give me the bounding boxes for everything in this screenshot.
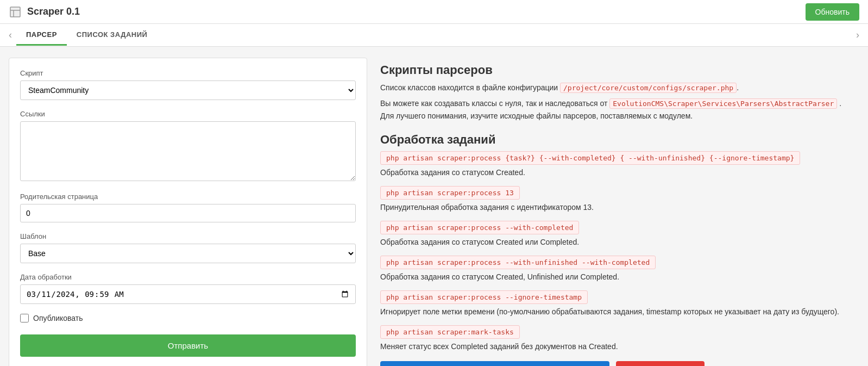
script-label: Скрипт [20, 69, 356, 77]
refresh-button[interactable]: Обновить [806, 3, 859, 21]
template-select[interactable]: Base [20, 244, 356, 263]
nav-left-arrow[interactable]: ‹ [4, 29, 16, 41]
command-5: php artisan scraper:mark-tasks Меняет ст… [380, 325, 846, 352]
scripts-text1: Список классов находится в файле конфигу… [380, 83, 558, 92]
publish-checkbox[interactable] [20, 314, 29, 322]
date-group: Дата обработки [20, 273, 356, 304]
date-input[interactable] [20, 284, 356, 304]
change-status-button[interactable]: Изменить статус Completed заданий без до… [380, 361, 609, 366]
command-1: php artisan scraper:process 13 Принудите… [380, 186, 846, 213]
header-left: Scraper 0.1 [9, 5, 80, 18]
main-content: Скрипт SteamCommunity Ссылки Родительска… [0, 47, 868, 366]
tab-parser[interactable]: ПАРСЕР [16, 25, 67, 46]
nav-tabs: ПАРСЕР СПИСОК ЗАДАНИЙ [16, 25, 852, 46]
scripts-section: Скрипты парсеров Список классов находитс… [380, 63, 846, 122]
command-1-desc: Принудительная обработка задания с идент… [380, 202, 846, 213]
tab-tasks[interactable]: СПИСОК ЗАДАНИЙ [67, 25, 158, 46]
parent-page-group: Родительская страница [20, 193, 356, 222]
svg-rect-0 [10, 7, 20, 17]
action-buttons: Изменить статус Completed заданий без до… [380, 361, 846, 366]
scripts-title: Скрипты парсеров [380, 63, 846, 77]
nav-right-arrow[interactable]: › [852, 29, 864, 41]
scripts-text2-block: Вы можете как создавать классы с нуля, т… [380, 97, 846, 122]
script-select[interactable]: SteamCommunity [20, 80, 356, 100]
command-2-desc: Обработка задания со статусом Created ил… [380, 237, 846, 248]
header: Scraper 0.1 Обновить [0, 0, 868, 24]
command-0-desc: Обработка задания со статусом Created. [380, 167, 846, 178]
delete-tasks-button[interactable]: Удалить все задания [616, 361, 705, 366]
abstract-class: EvolutionCMS\Scraper\Services\Parsers\Ab… [609, 98, 837, 109]
processing-title: Обработка заданий [380, 133, 846, 147]
template-label: Шаблон [20, 232, 356, 240]
template-group: Шаблон Base [20, 232, 356, 263]
links-label: Ссылки [20, 110, 356, 118]
links-group: Ссылки [20, 110, 356, 183]
publish-group: Опубликовать [20, 314, 356, 322]
parent-page-input[interactable] [20, 204, 356, 222]
scripts-text2: Вы можете как создавать классы с нуля, т… [380, 99, 607, 108]
command-1-code: php artisan scraper:process 13 [380, 186, 520, 200]
command-2-code: php artisan scraper:process --with-compl… [380, 221, 579, 234]
command-5-desc: Меняет статус всех Completed заданий без… [380, 341, 846, 352]
command-3-code: php artisan scraper:process --with-unfin… [380, 256, 656, 269]
command-0: php artisan scraper:process {task?} {--w… [380, 151, 846, 178]
scripts-text: Список классов находится в файле конфигу… [380, 82, 846, 94]
command-4-desc: Игнорирует поле метки времени (по-умолча… [380, 306, 846, 318]
command-5-code: php artisan scraper:mark-tasks [380, 325, 520, 339]
parent-page-label: Родительская страница [20, 193, 356, 201]
right-panel: Скрипты парсеров Список классов находитс… [367, 58, 859, 366]
config-path: /project/core/custom/configs/scraper.php [560, 83, 737, 93]
command-4-code: php artisan scraper:process --ignore-tim… [380, 290, 588, 304]
command-4: php artisan scraper:process --ignore-tim… [380, 290, 846, 318]
navigation: ‹ ПАРСЕР СПИСОК ЗАДАНИЙ › [0, 24, 868, 47]
app-title: Scraper 0.1 [27, 6, 80, 17]
command-3: php artisan scraper:process --with-unfin… [380, 256, 846, 283]
left-panel: Скрипт SteamCommunity Ссылки Родительска… [9, 58, 367, 366]
app-icon [9, 5, 22, 18]
command-0-code: php artisan scraper:process {task?} {--w… [380, 151, 800, 165]
command-3-desc: Обработка задания со статусом Created, U… [380, 271, 846, 283]
processing-section: Обработка заданий php artisan scraper:pr… [380, 133, 846, 366]
date-label: Дата обработки [20, 273, 356, 281]
publish-label[interactable]: Опубликовать [33, 314, 83, 322]
submit-button[interactable]: Отправить [20, 334, 356, 357]
links-textarea[interactable] [20, 121, 356, 181]
script-group: Скрипт SteamCommunity [20, 69, 356, 100]
command-2: php artisan scraper:process --with-compl… [380, 221, 846, 248]
